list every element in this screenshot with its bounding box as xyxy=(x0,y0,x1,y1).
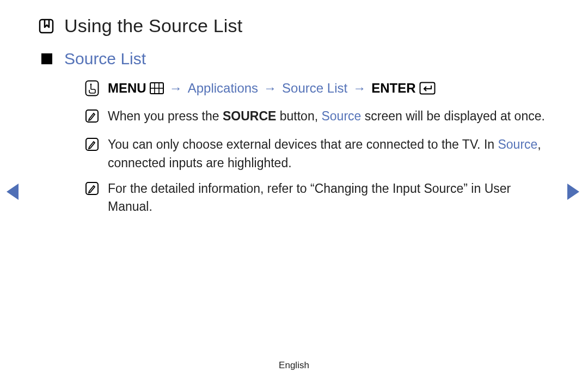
arrow-3: → xyxy=(351,81,368,96)
enter-label: ENTER xyxy=(371,81,415,96)
t: screen will be displayed at once. xyxy=(361,109,545,123)
breadcrumb-source-list: Source List xyxy=(282,81,347,96)
t: When you press the xyxy=(108,109,223,123)
note-icon xyxy=(85,181,99,200)
previous-page-button[interactable] xyxy=(5,182,20,203)
enter-key-icon xyxy=(419,82,436,95)
note-1-text: When you press the SOURCE button, Source… xyxy=(108,107,545,125)
note-1: When you press the SOURCE button, Source… xyxy=(85,107,550,128)
menu-label: MENU xyxy=(108,81,146,96)
note-icon xyxy=(85,137,99,156)
t: Source xyxy=(321,109,361,123)
chapter-title-row: Using the Source List xyxy=(38,15,550,36)
arrow-2: → xyxy=(261,81,279,96)
breadcrumb-applications: Applications xyxy=(188,81,258,96)
menu-grid-icon xyxy=(150,82,164,94)
t: button, xyxy=(276,109,321,123)
section-heading-row: Source List xyxy=(41,50,550,68)
note-3-text: For the detailed information, refer to “… xyxy=(108,180,550,216)
t: You can only choose external devices tha… xyxy=(108,137,498,151)
section-heading: Source List xyxy=(64,50,146,68)
note-2-text: You can only choose external devices tha… xyxy=(108,136,550,172)
svg-marker-12 xyxy=(567,184,579,200)
t: SOURCE xyxy=(223,109,276,123)
breadcrumb-path: MENU → Applications → Source List → ENTE… xyxy=(85,80,550,96)
next-page-button[interactable] xyxy=(566,182,580,203)
square-bullet-icon xyxy=(41,53,52,64)
footer-language: English xyxy=(0,360,588,371)
bookmark-icon xyxy=(38,18,54,34)
svg-point-2 xyxy=(90,84,92,86)
note-icon xyxy=(85,109,99,128)
chapter-title: Using the Source List xyxy=(64,15,242,36)
t: Source xyxy=(498,137,537,151)
note-2: You can only choose external devices tha… xyxy=(85,136,550,172)
svg-marker-11 xyxy=(7,184,19,200)
t: For the detailed information, refer to “… xyxy=(108,181,511,214)
arrow-1: → xyxy=(167,81,185,96)
note-3: For the detailed information, refer to “… xyxy=(85,180,550,216)
hand-press-icon xyxy=(85,80,99,96)
